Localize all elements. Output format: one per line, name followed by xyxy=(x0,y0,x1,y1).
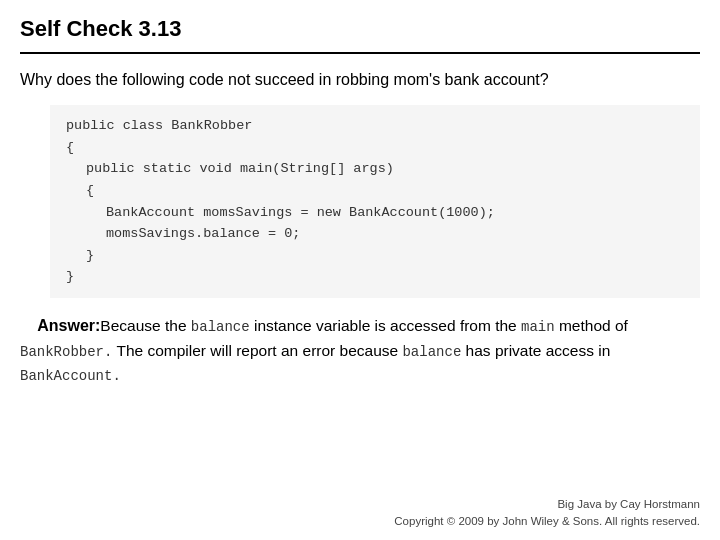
code-block: public class BankRobber { public static … xyxy=(50,105,700,298)
code-line-2: { xyxy=(66,137,684,159)
code-line-4: { xyxy=(66,180,684,202)
answer-text-before-code1: Because the xyxy=(100,317,190,334)
answer-section: Answer:Because the balance instance vari… xyxy=(20,314,700,388)
code-line-7: } xyxy=(66,245,684,267)
code-line-1: public class BankRobber xyxy=(66,115,684,137)
answer-code1: balance xyxy=(191,319,250,335)
answer-code3: BankRobber. xyxy=(20,344,112,360)
page-container: Self Check 3.13 Why does the following c… xyxy=(0,0,720,540)
question-text: Why does the following code not succeed … xyxy=(20,68,700,91)
answer-text-after-code1: instance variable is accessed from the xyxy=(250,317,521,334)
code-line-5: BankAccount momsSavings = new BankAccoun… xyxy=(66,202,684,224)
answer-code5: BankAccount. xyxy=(20,368,121,384)
page-title: Self Check 3.13 xyxy=(20,16,700,54)
code-line-6: momsSavings.balance = 0; xyxy=(66,223,684,245)
footer-line1: Big Java by Cay Horstmann xyxy=(20,496,700,513)
code-line-8: } xyxy=(66,266,684,288)
answer-code2: main xyxy=(521,319,555,335)
answer-code4: balance xyxy=(402,344,461,360)
code-line-3: public static void main(String[] args) xyxy=(66,158,684,180)
answer-text-compiler: The compiler will report an error becaus… xyxy=(112,342,402,359)
answer-text-end1: has private access in xyxy=(461,342,610,359)
answer-text-after-code2: method of xyxy=(555,317,628,334)
footer: Big Java by Cay Horstmann Copyright © 20… xyxy=(20,488,700,531)
answer-label: Answer: xyxy=(37,317,100,334)
footer-line2: Copyright © 2009 by John Wiley & Sons. A… xyxy=(20,513,700,530)
